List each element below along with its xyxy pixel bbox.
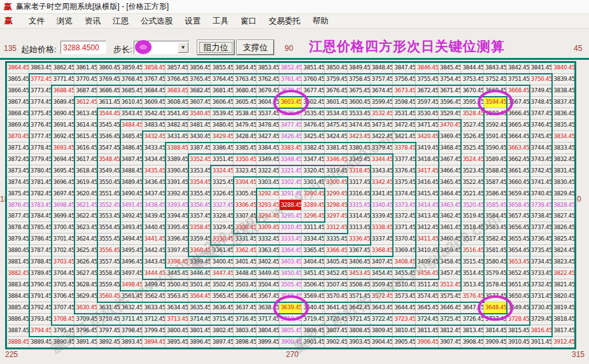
grid-cell: 3321.45	[280, 165, 302, 177]
grid-cell: 3458.45	[439, 256, 462, 268]
menu-item-3[interactable]: 江恩	[113, 16, 129, 27]
grid-cell: 3783.45	[29, 200, 52, 211]
grid-cell: 3791.45	[29, 291, 52, 302]
start-price-input[interactable]	[60, 41, 106, 54]
grid-cell: 3841.45	[530, 62, 553, 74]
grid-cell: 3547.45	[97, 143, 120, 154]
grid-cell: 3448.45	[234, 268, 257, 279]
grid-cell: 3840.45	[552, 62, 575, 74]
grid-cell: 3823.45	[552, 256, 575, 268]
grid-cell: 3355.45	[188, 188, 211, 200]
grid-cell: 3746.45	[530, 120, 553, 131]
grid-cell: 3315.45	[348, 200, 371, 211]
grid-cell: 3454.45	[371, 268, 394, 279]
grid-cell: 3633.45	[143, 302, 166, 314]
menu-item-8[interactable]: 交易委托	[269, 16, 301, 27]
grid-cell: 3788.45	[29, 256, 52, 268]
grid-cell: 3340.45	[371, 200, 394, 211]
menu-item-1[interactable]: 浏览	[57, 16, 73, 27]
grid-cell: 3609.45	[143, 97, 166, 108]
menu-item-6[interactable]: 工具	[213, 16, 229, 27]
grid-cell: 3622.45	[75, 211, 97, 222]
grid-cell: 3722.45	[371, 314, 394, 325]
grid-cell: 3781.45	[29, 177, 52, 188]
grid-cell: 3733.45	[530, 268, 553, 279]
grid-cell: 3632.45	[120, 302, 143, 314]
chevron-down-icon[interactable]: ▼	[178, 42, 188, 53]
grid-cell: 3594.45	[484, 97, 507, 108]
grid-cell: 3676.45	[325, 85, 348, 97]
menu-item-7[interactable]: 窗口	[241, 16, 257, 27]
grid-cell: 3398.45	[166, 256, 188, 268]
grid-cell: 3567.45	[257, 291, 280, 302]
grid-cell: 3312.45	[325, 222, 348, 234]
grid-cell: 3869.45	[6, 120, 29, 131]
grid-cell: 3694.45	[52, 154, 75, 165]
grid-cell: 3352.45	[188, 154, 211, 165]
grid-cell: 3575.45	[439, 291, 462, 302]
grid-cell: 3753.45	[461, 74, 484, 85]
menu-item-9[interactable]: 帮助	[313, 16, 329, 27]
menu-item-4[interactable]: 公式选股	[141, 16, 173, 27]
grid-cell: 3577.45	[484, 291, 507, 302]
grid-cell: 3705.45	[52, 279, 75, 291]
grid-cell: 3724.45	[416, 314, 439, 325]
grid-cell: 3882.45	[6, 268, 29, 279]
grid-cell: 3372.45	[393, 211, 416, 222]
grid-cell: 3571.45	[348, 291, 371, 302]
grid-cell: 3817.45	[552, 325, 575, 337]
grid-cell: 3861.45	[75, 62, 97, 74]
menu-item-5[interactable]: 设置	[185, 16, 201, 27]
grid-cell: 3739.45	[530, 200, 553, 211]
grid-cell: 3744.45	[530, 143, 553, 154]
grid-cell: 3855.45	[211, 62, 234, 74]
grid-cell: 3731.45	[530, 291, 553, 302]
grid-cell: 3896.45	[188, 337, 211, 348]
grid-cell: 3707.45	[52, 302, 75, 314]
grid-cell: 3659.45	[507, 188, 530, 200]
grid-center-cell: 3288.45	[280, 200, 302, 211]
grid-cell: 3605.45	[234, 97, 257, 108]
grid-cell: 3463.45	[439, 200, 462, 211]
page-title: 江恩价格四方形次日关键位测算	[309, 38, 505, 55]
grid-cell: 3807.45	[325, 325, 348, 337]
menu-item-0[interactable]: 文件	[29, 16, 45, 27]
grid-cell: 3680.45	[234, 85, 257, 97]
grid-cell: 3524.45	[461, 154, 484, 165]
grid-cell: 3527.45	[461, 120, 484, 131]
grid-cell: 3834.45	[552, 131, 575, 143]
grid-cell: 3564.45	[188, 291, 211, 302]
grid-cell: 3545.45	[97, 120, 120, 131]
grid-cell: 3829.45	[552, 188, 575, 200]
grid-cell: 3784.45	[29, 211, 52, 222]
grid-cell: 3370.45	[393, 234, 416, 245]
resistance-button[interactable]: 阻力位	[197, 40, 234, 55]
grid-cell: 3750.45	[530, 74, 553, 85]
grid-cell: 3302.45	[280, 177, 302, 188]
grid-cell: 3649.45	[507, 302, 530, 314]
grid-cell: 3726.45	[461, 314, 484, 325]
grid-cell: 3478.45	[257, 120, 280, 131]
angle-label-270: 270	[286, 350, 299, 359]
support-button[interactable]: 支撑位	[237, 40, 274, 55]
grid-cell: 3513.45	[461, 279, 484, 291]
grid-cell: 3319.45	[325, 165, 348, 177]
grid-cell: 3467.45	[439, 154, 462, 165]
grid-cell: 3297.45	[325, 211, 348, 222]
grid-cell: 3587.45	[484, 177, 507, 188]
grid-cell: 3610.45	[120, 97, 143, 108]
grid-cell: 3769.45	[97, 74, 120, 85]
grid-cell: 3658.45	[507, 200, 530, 211]
grid-cell: 3546.45	[97, 131, 120, 143]
grid-cell: 3702.45	[52, 245, 75, 256]
grid-cell: 3333.45	[280, 234, 302, 245]
grid-cell: 3792.45	[29, 302, 52, 314]
grid-cell: 3872.45	[6, 154, 29, 165]
grid-cell: 3879.45	[6, 234, 29, 245]
grid-cell: 3640.45	[302, 302, 325, 314]
grid-cell: 3847.45	[393, 62, 416, 74]
grid-cell: 3468.45	[439, 143, 462, 154]
menu-item-2[interactable]: 资讯	[85, 16, 101, 27]
grid-cell: 3293.45	[257, 200, 280, 211]
grid-cell: 3597.45	[416, 97, 439, 108]
